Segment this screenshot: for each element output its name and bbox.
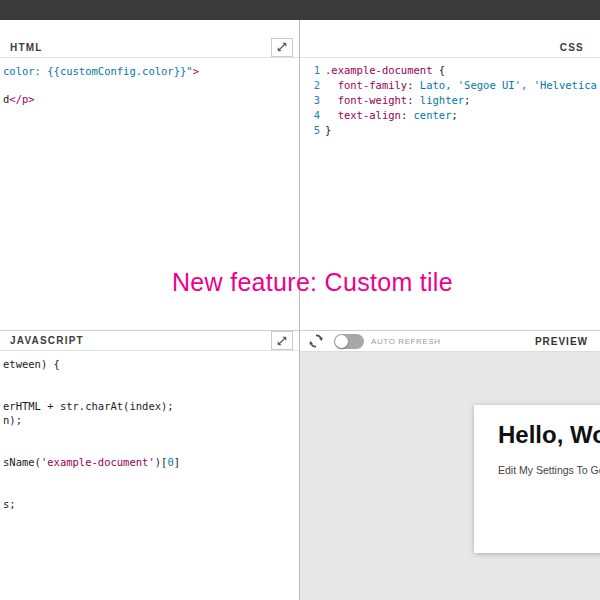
code-line-content: font-family: Lato, 'Segoe UI', 'Helvetic… (325, 79, 600, 91)
code-line-content (3, 442, 9, 454)
code-line (3, 371, 299, 385)
code-line (3, 483, 299, 497)
code-line: n); (3, 413, 299, 427)
code-line: s; (3, 497, 299, 511)
css-panel-header: CSS (300, 37, 600, 58)
code-line (3, 78, 299, 92)
html-expand-button[interactable] (271, 38, 293, 57)
line-number: 2 (302, 78, 320, 93)
code-line (3, 385, 299, 399)
code-line-content: text-align: center; (325, 109, 458, 121)
card-subtitle: Edit My Settings To Ge (498, 464, 600, 476)
preview-toolbar: AUTO REFRESH PREVIEW (300, 330, 600, 352)
code-line-content (3, 470, 9, 482)
code-line: etween) { (3, 357, 299, 371)
code-line-content: n); (3, 414, 22, 426)
right-column: CSS 1.example-document {2 font-family: L… (300, 20, 600, 600)
code-line: erHTML + str.charAt(index); (3, 399, 299, 413)
expand-icon (276, 335, 288, 347)
code-line: 4 text-align: center; (302, 108, 600, 123)
code-line-content: d</p> (3, 93, 35, 105)
css-panel-title: CSS (560, 42, 594, 53)
code-line (3, 441, 299, 455)
css-code-editor[interactable]: 1.example-document {2 font-family: Lato,… (300, 58, 600, 330)
refresh-icon (308, 333, 324, 349)
code-line-content: erHTML + str.charAt(index); (3, 400, 174, 412)
code-line: d</p> (3, 92, 299, 106)
line-number: 1 (302, 63, 320, 78)
code-line-content: sName('example-document')[0] (3, 456, 180, 468)
expand-icon (276, 41, 288, 53)
code-line-content (3, 79, 9, 91)
code-line: 2 font-family: Lato, 'Segoe UI', 'Helvet… (302, 78, 600, 93)
code-line (3, 427, 299, 441)
preview-area: Hello, Wor Edit My Settings To Ge (300, 352, 600, 600)
code-line: 5} (302, 123, 600, 138)
code-line-content (3, 484, 9, 496)
css-panel: CSS 1.example-document {2 font-family: L… (300, 20, 600, 330)
app-window: HTML color: {{customConfig.color}}"> d</… (0, 0, 600, 600)
code-line: color: {{customConfig.color}}"> (3, 64, 299, 78)
code-line-content: s; (3, 498, 16, 510)
code-line-content (3, 428, 9, 440)
code-line: sName('example-document')[0] (3, 455, 299, 469)
code-line-content (3, 372, 9, 384)
code-line (3, 469, 299, 483)
html-panel-header: HTML (0, 37, 299, 58)
toggle-knob (335, 335, 348, 348)
refresh-button[interactable] (308, 333, 324, 349)
window-top-bar (0, 0, 600, 20)
code-line: 1.example-document { (302, 63, 600, 78)
javascript-panel-title: JAVASCRIPT (10, 335, 84, 346)
auto-refresh-toggle[interactable] (334, 334, 364, 349)
html-panel: HTML color: {{customConfig.color}}"> d</… (0, 20, 299, 330)
code-line: 3 font-weight: lighter; (302, 93, 600, 108)
editor-grid: HTML color: {{customConfig.color}}"> d</… (0, 20, 600, 600)
javascript-code-editor[interactable]: etween) { erHTML + str.charAt(index);n);… (0, 351, 299, 600)
javascript-panel: JAVASCRIPT etween) { erHTML + str.charAt… (0, 330, 299, 600)
javascript-panel-header: JAVASCRIPT (0, 330, 299, 351)
line-number: 3 (302, 93, 320, 108)
html-panel-title: HTML (10, 42, 43, 53)
card-title: Hello, Wor (498, 421, 600, 449)
line-number: 5 (302, 123, 320, 138)
code-line-content: color: {{customConfig.color}}"> (3, 65, 199, 77)
code-line-content (3, 386, 9, 398)
code-line-content: .example-document { (325, 64, 445, 76)
left-column: HTML color: {{customConfig.color}}"> d</… (0, 20, 300, 600)
preview-label: PREVIEW (535, 336, 588, 347)
preview-card: Hello, Wor Edit My Settings To Ge (474, 405, 600, 553)
auto-refresh-label: AUTO REFRESH (371, 337, 441, 346)
javascript-expand-button[interactable] (271, 331, 293, 350)
code-line-content: font-weight: lighter; (325, 94, 470, 106)
html-code-editor[interactable]: color: {{customConfig.color}}"> d</p> (0, 58, 299, 330)
line-number: 4 (302, 108, 320, 123)
code-line-content: etween) { (3, 358, 60, 370)
code-line-content: } (325, 124, 331, 136)
